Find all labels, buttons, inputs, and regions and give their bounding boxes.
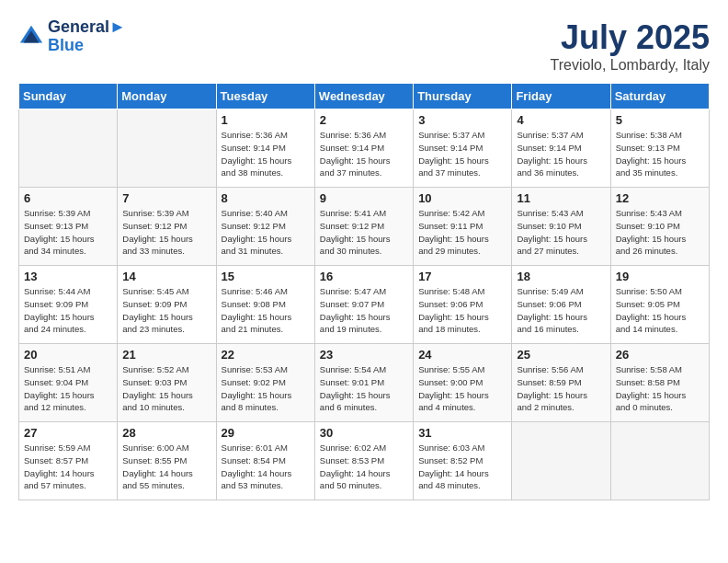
day-number: 25 xyxy=(517,348,605,362)
day-info: Sunrise: 6:01 AM Sunset: 8:54 PM Dayligh… xyxy=(222,442,310,492)
day-number: 9 xyxy=(320,191,408,205)
calendar-cell: 11Sunrise: 5:43 AM Sunset: 9:10 PM Dayli… xyxy=(512,188,610,266)
day-number: 15 xyxy=(222,270,310,283)
day-number: 24 xyxy=(418,348,506,362)
day-number: 5 xyxy=(616,113,704,127)
day-info: Sunrise: 5:52 AM Sunset: 9:03 PM Dayligh… xyxy=(122,363,210,414)
title-block: July 2025 Treviolo, Lombardy, Italy xyxy=(551,18,710,74)
calendar-cell: 17Sunrise: 5:48 AM Sunset: 9:06 PM Dayli… xyxy=(414,266,512,344)
day-number: 21 xyxy=(122,348,210,362)
day-info: Sunrise: 5:43 AM Sunset: 9:10 PM Dayligh… xyxy=(616,207,704,258)
day-number: 29 xyxy=(222,426,310,440)
day-info: Sunrise: 5:36 AM Sunset: 9:14 PM Dayligh… xyxy=(222,129,310,179)
day-number: 22 xyxy=(222,348,310,362)
day-info: Sunrise: 5:51 AM Sunset: 9:04 PM Dayligh… xyxy=(24,363,112,414)
day-info: Sunrise: 5:58 AM Sunset: 8:58 PM Dayligh… xyxy=(616,363,704,414)
day-number: 30 xyxy=(320,426,408,440)
day-info: Sunrise: 5:37 AM Sunset: 9:14 PM Dayligh… xyxy=(517,129,605,179)
day-info: Sunrise: 5:55 AM Sunset: 9:00 PM Dayligh… xyxy=(418,363,506,414)
day-info: Sunrise: 5:49 AM Sunset: 9:06 PM Dayligh… xyxy=(517,285,605,336)
calendar-cell: 19Sunrise: 5:50 AM Sunset: 9:05 PM Dayli… xyxy=(610,266,709,344)
day-info: Sunrise: 5:53 AM Sunset: 9:02 PM Dayligh… xyxy=(222,363,310,414)
week-row-2: 6Sunrise: 5:39 AM Sunset: 9:13 PM Daylig… xyxy=(19,188,710,266)
logo-text: General► Blue xyxy=(48,18,126,55)
day-info: Sunrise: 6:00 AM Sunset: 8:55 PM Dayligh… xyxy=(122,442,210,492)
calendar-cell: 1Sunrise: 5:36 AM Sunset: 9:14 PM Daylig… xyxy=(216,109,314,188)
day-header-saturday: Saturday xyxy=(610,84,709,109)
day-number: 18 xyxy=(517,270,605,283)
week-row-4: 20Sunrise: 5:51 AM Sunset: 9:04 PM Dayli… xyxy=(19,344,710,422)
logo-icon xyxy=(18,24,44,50)
day-info: Sunrise: 5:41 AM Sunset: 9:12 PM Dayligh… xyxy=(320,207,408,258)
day-number: 27 xyxy=(24,426,112,440)
page-header: General► Blue July 2025 Treviolo, Lombar… xyxy=(18,18,710,74)
calendar-cell: 31Sunrise: 6:03 AM Sunset: 8:52 PM Dayli… xyxy=(414,422,512,500)
calendar-cell: 2Sunrise: 5:36 AM Sunset: 9:14 PM Daylig… xyxy=(314,109,413,188)
day-number: 19 xyxy=(616,270,704,283)
day-info: Sunrise: 5:40 AM Sunset: 9:12 PM Dayligh… xyxy=(222,207,310,258)
week-row-1: 1Sunrise: 5:36 AM Sunset: 9:14 PM Daylig… xyxy=(19,109,710,188)
calendar-cell: 28Sunrise: 6:00 AM Sunset: 8:55 PM Dayli… xyxy=(118,422,216,500)
calendar-cell: 24Sunrise: 5:55 AM Sunset: 9:00 PM Dayli… xyxy=(414,344,512,422)
day-number: 1 xyxy=(222,113,310,127)
day-info: Sunrise: 5:59 AM Sunset: 8:57 PM Dayligh… xyxy=(24,442,112,492)
calendar-cell xyxy=(118,109,216,188)
month-title: July 2025 xyxy=(551,18,710,57)
day-info: Sunrise: 5:37 AM Sunset: 9:14 PM Dayligh… xyxy=(418,129,506,179)
day-info: Sunrise: 5:39 AM Sunset: 9:12 PM Dayligh… xyxy=(122,207,210,258)
day-number: 16 xyxy=(320,270,408,283)
day-number: 28 xyxy=(122,426,210,440)
logo: General► Blue xyxy=(18,18,126,55)
day-number: 17 xyxy=(418,270,506,283)
calendar-cell xyxy=(610,422,709,500)
day-info: Sunrise: 6:03 AM Sunset: 8:52 PM Dayligh… xyxy=(418,442,506,492)
calendar-cell: 8Sunrise: 5:40 AM Sunset: 9:12 PM Daylig… xyxy=(216,188,314,266)
day-info: Sunrise: 5:47 AM Sunset: 9:07 PM Dayligh… xyxy=(320,285,408,336)
calendar-cell: 7Sunrise: 5:39 AM Sunset: 9:12 PM Daylig… xyxy=(118,188,216,266)
calendar-cell: 22Sunrise: 5:53 AM Sunset: 9:02 PM Dayli… xyxy=(216,344,314,422)
calendar-cell: 27Sunrise: 5:59 AM Sunset: 8:57 PM Dayli… xyxy=(19,422,118,500)
day-info: Sunrise: 5:48 AM Sunset: 9:06 PM Dayligh… xyxy=(418,285,506,336)
location: Treviolo, Lombardy, Italy xyxy=(551,57,710,74)
calendar-cell: 9Sunrise: 5:41 AM Sunset: 9:12 PM Daylig… xyxy=(314,188,413,266)
day-number: 23 xyxy=(320,348,408,362)
calendar-cell: 16Sunrise: 5:47 AM Sunset: 9:07 PM Dayli… xyxy=(314,266,413,344)
day-info: Sunrise: 5:56 AM Sunset: 8:59 PM Dayligh… xyxy=(517,363,605,414)
calendar-cell: 26Sunrise: 5:58 AM Sunset: 8:58 PM Dayli… xyxy=(610,344,709,422)
calendar-cell xyxy=(512,422,610,500)
day-number: 8 xyxy=(222,191,310,205)
day-number: 26 xyxy=(616,348,704,362)
day-info: Sunrise: 5:42 AM Sunset: 9:11 PM Dayligh… xyxy=(418,207,506,258)
calendar-cell: 20Sunrise: 5:51 AM Sunset: 9:04 PM Dayli… xyxy=(19,344,118,422)
day-info: Sunrise: 5:44 AM Sunset: 9:09 PM Dayligh… xyxy=(24,285,112,336)
day-header-sunday: Sunday xyxy=(19,84,118,109)
calendar-cell: 25Sunrise: 5:56 AM Sunset: 8:59 PM Dayli… xyxy=(512,344,610,422)
day-header-friday: Friday xyxy=(512,84,610,109)
calendar-cell xyxy=(19,109,118,188)
day-number: 13 xyxy=(24,270,112,283)
day-number: 10 xyxy=(418,191,506,205)
week-row-3: 13Sunrise: 5:44 AM Sunset: 9:09 PM Dayli… xyxy=(19,266,710,344)
calendar-cell: 12Sunrise: 5:43 AM Sunset: 9:10 PM Dayli… xyxy=(610,188,709,266)
day-number: 2 xyxy=(320,113,408,127)
day-number: 3 xyxy=(418,113,506,127)
day-header-tuesday: Tuesday xyxy=(216,84,314,109)
calendar-cell: 3Sunrise: 5:37 AM Sunset: 9:14 PM Daylig… xyxy=(414,109,512,188)
day-header-thursday: Thursday xyxy=(414,84,512,109)
calendar-cell: 30Sunrise: 6:02 AM Sunset: 8:53 PM Dayli… xyxy=(314,422,413,500)
day-info: Sunrise: 5:38 AM Sunset: 9:13 PM Dayligh… xyxy=(616,129,704,179)
calendar-cell: 15Sunrise: 5:46 AM Sunset: 9:08 PM Dayli… xyxy=(216,266,314,344)
calendar-cell: 14Sunrise: 5:45 AM Sunset: 9:09 PM Dayli… xyxy=(118,266,216,344)
day-info: Sunrise: 6:02 AM Sunset: 8:53 PM Dayligh… xyxy=(320,442,408,492)
calendar-cell: 29Sunrise: 6:01 AM Sunset: 8:54 PM Dayli… xyxy=(216,422,314,500)
calendar-cell: 10Sunrise: 5:42 AM Sunset: 9:11 PM Dayli… xyxy=(414,188,512,266)
day-info: Sunrise: 5:45 AM Sunset: 9:09 PM Dayligh… xyxy=(122,285,210,336)
day-info: Sunrise: 5:36 AM Sunset: 9:14 PM Dayligh… xyxy=(320,129,408,179)
day-info: Sunrise: 5:39 AM Sunset: 9:13 PM Dayligh… xyxy=(24,207,112,258)
calendar-cell: 23Sunrise: 5:54 AM Sunset: 9:01 PM Dayli… xyxy=(314,344,413,422)
calendar-cell: 6Sunrise: 5:39 AM Sunset: 9:13 PM Daylig… xyxy=(19,188,118,266)
day-info: Sunrise: 5:54 AM Sunset: 9:01 PM Dayligh… xyxy=(320,363,408,414)
day-number: 7 xyxy=(122,191,210,205)
day-number: 12 xyxy=(616,191,704,205)
day-number: 31 xyxy=(418,426,506,440)
